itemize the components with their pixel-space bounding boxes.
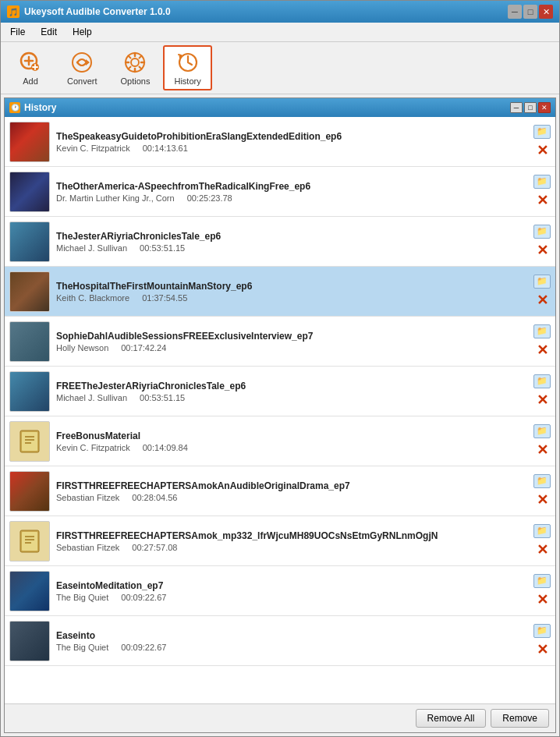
item-actions: 📁✕ [533, 424, 551, 459]
item-info: TheOtherAmerica-ASpeechfromTheRadicalKin… [56, 181, 527, 203]
item-info: SophieDahlAudibleSessionsFREEExclusiveIn… [56, 331, 527, 353]
list-item[interactable]: FIRSTTHREEFREECHAPTERSAmokAnAudibleOrigi… [5, 466, 555, 516]
item-actions: 📁✕ [533, 574, 551, 608]
item-actions: 📁✕ [533, 125, 551, 159]
item-actions: 📁✕ [533, 374, 551, 409]
list-item[interactable]: TheHospitalTheFirstMountainManStory_ep6K… [5, 267, 555, 317]
list-item[interactable]: SophieDahlAudibleSessionsFREEExclusiveIn… [5, 317, 555, 367]
history-title-left: 🕐 History [9, 102, 56, 113]
title-bar-left: 🎵 Ukeysoft Audible Converter 1.0.0 [7, 5, 171, 18]
item-thumbnail [9, 271, 50, 312]
maximize-button[interactable]: □ [523, 5, 537, 19]
history-restore-button[interactable]: □ [524, 102, 537, 113]
list-item[interactable]: FreeBonusMaterialKevin C. Fitzpatrick00:… [5, 416, 555, 466]
item-author: Holly Newson [56, 343, 108, 353]
item-thumbnail [9, 321, 50, 362]
item-duration: 00:28:04.56 [132, 493, 177, 502]
item-info: TheHospitalTheFirstMountainManStory_ep6K… [56, 281, 527, 303]
item-author: Sebastian Fitzek [56, 543, 119, 552]
open-folder-button[interactable]: 📁 [533, 324, 551, 338]
list-item[interactable]: EaseintoMeditation_ep7The Big Quiet00:09… [5, 566, 555, 616]
svg-marker-7 [86, 59, 90, 66]
open-folder-button[interactable]: 📁 [533, 424, 551, 438]
list-item[interactable]: TheOtherAmerica-ASpeechfromTheRadicalKin… [5, 167, 555, 217]
delete-item-button[interactable]: ✕ [533, 541, 551, 558]
item-meta: Kevin C. Fitzpatrick00:14:13.61 [56, 144, 527, 153]
toolbar-options-button[interactable]: Options [111, 46, 161, 90]
delete-item-button[interactable]: ✕ [533, 491, 551, 508]
list-item[interactable]: FREETheJesterARiyriaChroniclesTale_ep6Mi… [5, 367, 555, 416]
delete-item-button[interactable]: ✕ [533, 292, 551, 309]
item-duration: 00:53:51.15 [140, 393, 185, 402]
item-info: FIRSTTHREEFREECHAPTERSAmok_mp332_lfrWjcu… [56, 530, 527, 552]
item-meta: Kevin C. Fitzpatrick00:14:09.84 [56, 443, 527, 452]
delete-item-button[interactable]: ✕ [533, 392, 551, 409]
item-actions: 📁✕ [533, 225, 551, 259]
toolbar-convert-button[interactable]: Convert [57, 46, 108, 90]
delete-item-button[interactable]: ✕ [533, 242, 551, 259]
delete-item-button[interactable]: ✕ [533, 342, 551, 359]
item-thumbnail [9, 371, 50, 412]
item-title: TheJesterARiyriaChroniclesTale_ep6 [56, 231, 527, 242]
title-controls: ─ □ ✕ [508, 5, 553, 19]
app-icon: 🎵 [7, 5, 19, 18]
item-title: Easeinto [56, 630, 527, 641]
history-label: History [174, 76, 200, 86]
item-info: TheSpeakeasyGuidetoProhibitionEraSlangEx… [56, 131, 527, 153]
list-item[interactable]: TheJesterARiyriaChroniclesTale_ep6Michae… [5, 217, 555, 267]
remove-button[interactable]: Remove [491, 709, 549, 728]
delete-item-button[interactable]: ✕ [533, 441, 551, 459]
history-list: TheSpeakeasyGuidetoProhibitionEraSlangEx… [5, 117, 555, 703]
svg-rect-20 [22, 432, 37, 451]
list-item[interactable]: FIRSTTHREEFREECHAPTERSAmok_mp332_lfrWjcu… [5, 516, 555, 566]
add-label: Add [23, 76, 38, 86]
item-actions: 📁✕ [533, 624, 551, 658]
item-author: The Big Quiet [56, 643, 108, 652]
open-folder-button[interactable]: 📁 [533, 175, 551, 189]
window-title: Ukeysoft Audible Converter 1.0.0 [24, 6, 171, 17]
item-thumbnail [9, 471, 50, 512]
open-folder-button[interactable]: 📁 [533, 225, 551, 239]
menu-file[interactable]: File [4, 24, 31, 40]
list-item[interactable]: TheSpeakeasyGuidetoProhibitionEraSlangEx… [5, 117, 555, 167]
history-window-title: History [24, 102, 56, 113]
history-close-button[interactable]: ✕ [538, 102, 551, 113]
item-title: FreeBonusMaterial [56, 431, 527, 441]
item-author: Keith C. Blackmore [56, 293, 129, 303]
convert-label: Convert [67, 76, 97, 86]
delete-item-button[interactable]: ✕ [533, 641, 551, 658]
toolbar-add-button[interactable]: Add [7, 46, 54, 90]
open-folder-button[interactable]: 📁 [533, 574, 551, 588]
item-author: Michael J. Sullivan [56, 393, 127, 402]
item-author: Dr. Martin Luther King Jr., Corn [56, 193, 175, 203]
open-folder-button[interactable]: 📁 [533, 524, 551, 538]
item-duration: 00:27:57.08 [132, 543, 177, 552]
item-meta: Sebastian Fitzek00:28:04.56 [56, 493, 527, 502]
delete-item-button[interactable]: ✕ [533, 192, 551, 209]
close-button[interactable]: ✕ [539, 5, 553, 19]
remove-all-button[interactable]: Remove All [416, 709, 487, 728]
item-title: FIRSTTHREEFREECHAPTERSAmokAnAudibleOrigi… [56, 480, 527, 491]
open-folder-button[interactable]: 📁 [533, 474, 551, 488]
item-duration: 00:09:22.67 [121, 593, 166, 602]
history-minimize-button[interactable]: ─ [510, 102, 523, 113]
item-thumbnail [9, 421, 50, 462]
menu-edit[interactable]: Edit [34, 24, 63, 40]
toolbar: Add Convert [1, 42, 559, 94]
item-meta: Sebastian Fitzek00:27:57.08 [56, 543, 527, 552]
delete-item-button[interactable]: ✕ [533, 591, 551, 608]
toolbar-history-button[interactable]: History [163, 45, 211, 90]
open-folder-button[interactable]: 📁 [533, 624, 551, 638]
list-item[interactable]: EaseintoThe Big Quiet00:09:22.67📁✕ [5, 616, 555, 666]
delete-item-button[interactable]: ✕ [533, 142, 551, 159]
minimize-button[interactable]: ─ [508, 5, 522, 19]
svg-line-17 [129, 67, 131, 69]
item-author: Michael J. Sullivan [56, 243, 127, 253]
item-thumbnail [9, 221, 50, 262]
open-folder-button[interactable]: 📁 [533, 374, 551, 388]
svg-line-15 [140, 67, 142, 69]
open-folder-button[interactable]: 📁 [533, 125, 551, 139]
menu-help[interactable]: Help [66, 24, 98, 40]
main-window: 🎵 Ukeysoft Audible Converter 1.0.0 ─ □ ✕… [0, 0, 560, 737]
open-folder-button[interactable]: 📁 [533, 275, 551, 289]
